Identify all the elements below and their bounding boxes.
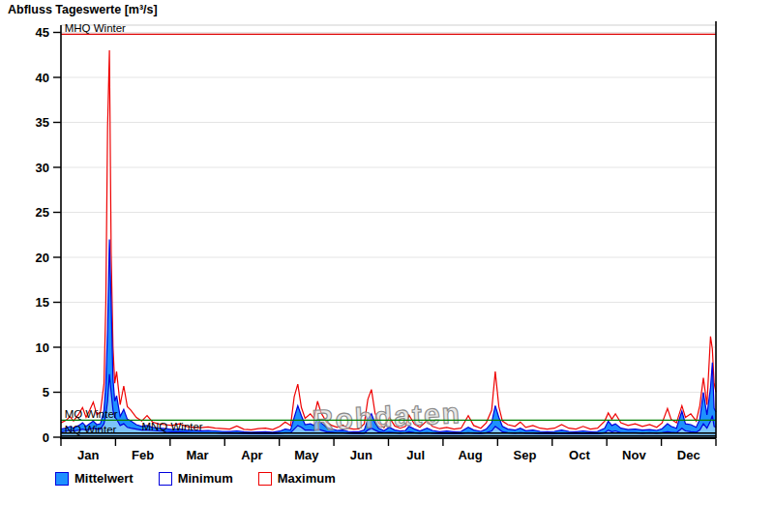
ref-label-nq-winter: NQ Winter [65, 424, 117, 435]
y-tick-label: 35 [36, 115, 49, 130]
chart-legend: Mittelwert Minimum Maximum [55, 471, 336, 486]
x-tick-label: Apr [241, 448, 262, 462]
ref-label-mhq-winter: MHQ Winter [65, 22, 126, 34]
x-tick-label: Mar [186, 448, 208, 462]
y-tick-label: 15 [36, 295, 49, 310]
gridlines [61, 25, 716, 393]
chart-plot-area: RohdatenMHQ WinterMQ WinterMNQ WinterNQ … [0, 0, 774, 466]
y-tick-label: 30 [36, 161, 49, 175]
reference-lines: MHQ WinterMQ WinterMNQ WinterNQ Winter [61, 22, 716, 436]
legend-item-mittelwert: Mittelwert [55, 471, 134, 486]
x-tick-label: Jun [350, 448, 372, 462]
x-tick-label: Jul [406, 448, 425, 462]
series-maximum-line [61, 50, 716, 429]
y-tick-label: 0 [43, 430, 49, 445]
legend-label-mittelwert: Mittelwert [74, 471, 134, 486]
x-tick-label: Jan [77, 448, 99, 462]
x-tick-label: Feb [132, 448, 154, 462]
max-series-swatch-icon [258, 472, 272, 486]
x-tick-label: May [294, 448, 319, 462]
x-tick-label: Nov [622, 448, 646, 462]
x-tick-label: Oct [569, 448, 590, 462]
ref-label-mq-winter: MQ Winter [65, 408, 118, 420]
x-tick-label: Sep [514, 448, 537, 462]
y-tick-label: 5 [43, 385, 49, 399]
x-tick-label: Aug [458, 448, 482, 462]
y-tick-label: 20 [36, 251, 49, 265]
discharge-chart-window: Abfluss Tageswerte [m³/s] RohdatenMHQ Wi… [0, 0, 774, 532]
x-tick-label: Dec [677, 448, 700, 462]
axes: 051015202530354045JanFebMarAprMayJunJulA… [36, 21, 716, 462]
y-tick-label: 10 [36, 340, 49, 355]
min-series-swatch-icon [159, 472, 172, 486]
y-tick-label: 40 [36, 71, 49, 85]
mean-series-swatch-icon [55, 472, 69, 486]
legend-item-maximum: Maximum [258, 471, 336, 486]
legend-label-maximum: Maximum [278, 471, 336, 486]
ref-label-mnq-winter: MNQ Winter [141, 421, 202, 432]
y-tick-label: 45 [36, 25, 49, 40]
y-tick-label: 25 [36, 205, 49, 220]
series-maximum-area [61, 50, 716, 437]
legend-item-minimum: Minimum [159, 471, 233, 486]
legend-label-minimum: Minimum [178, 471, 233, 486]
